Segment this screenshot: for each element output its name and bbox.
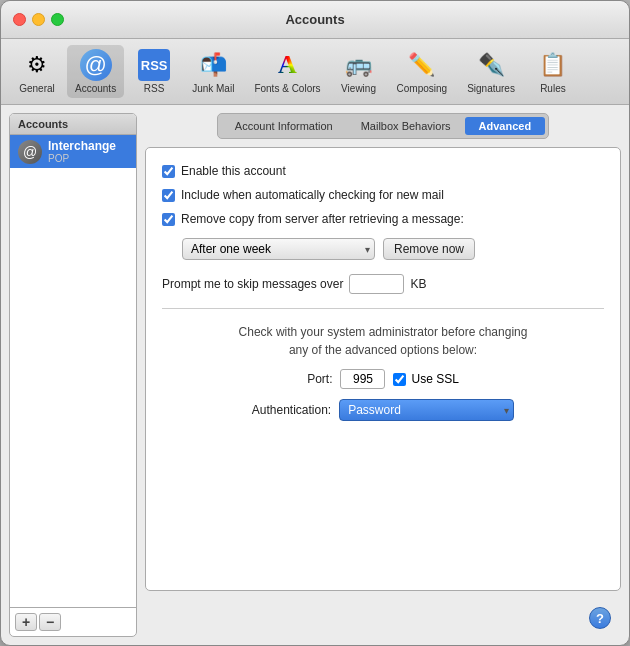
port-row: Port: Use SSL xyxy=(162,369,604,389)
composing-icon: ✏️ xyxy=(406,49,438,81)
toolbar-label-rss: RSS xyxy=(144,83,165,94)
close-button[interactable] xyxy=(13,13,26,26)
auth-row: Authentication: Password MD5 Challenge-R… xyxy=(162,399,604,421)
toolbar-item-signatures[interactable]: ✒️ Signatures xyxy=(459,45,523,98)
bottom-bar: ? xyxy=(145,599,621,637)
rss-icon: RSS xyxy=(138,49,170,81)
auth-select[interactable]: Password MD5 Challenge-Response NTLM Ker… xyxy=(339,399,514,421)
general-icon: ⚙ xyxy=(21,49,53,81)
use-ssl-label: Use SSL xyxy=(411,372,458,386)
toolbar-label-viewing: Viewing xyxy=(341,83,376,94)
prompt-row: Prompt me to skip messages over KB xyxy=(162,270,604,294)
after-select[interactable]: After one message is retrieved After one… xyxy=(182,238,375,260)
divider xyxy=(162,308,604,309)
add-account-button[interactable]: + xyxy=(15,613,37,631)
minimize-button[interactable] xyxy=(32,13,45,26)
toolbar: ⚙ General @ Accounts RSS RSS 📬 Junk Mail… xyxy=(1,39,629,105)
toolbar-label-signatures: Signatures xyxy=(467,83,515,94)
include-check-checkbox[interactable] xyxy=(162,189,175,202)
toolbar-item-rules[interactable]: 📋 Rules xyxy=(527,45,579,98)
remove-copy-checkbox[interactable] xyxy=(162,213,175,226)
toolbar-item-rss[interactable]: RSS RSS xyxy=(128,45,180,98)
fonts-colors-icon: A xyxy=(271,49,303,81)
toolbar-label-accounts: Accounts xyxy=(75,83,116,94)
enable-account-row: Enable this account xyxy=(162,164,604,178)
prompt-label: Prompt me to skip messages over xyxy=(162,277,343,291)
maximize-button[interactable] xyxy=(51,13,64,26)
after-select-wrapper: After one message is retrieved After one… xyxy=(182,238,375,260)
sidebar-footer: + − xyxy=(10,607,136,636)
tab-account-information[interactable]: Account Information xyxy=(221,117,347,135)
account-type: POP xyxy=(48,153,116,164)
include-check-label: Include when automatically checking for … xyxy=(181,188,444,202)
admin-notice: Check with your system administrator bef… xyxy=(162,323,604,359)
remove-copy-label: Remove copy from server after retrieving… xyxy=(181,212,464,226)
title-bar: Accounts xyxy=(1,1,629,39)
signatures-icon: ✒️ xyxy=(475,49,507,81)
sidebar-item-interchange[interactable]: @ Interchange POP xyxy=(10,135,136,168)
tabs: Account Information Mailbox Behaviors Ad… xyxy=(217,113,549,139)
toolbar-item-composing[interactable]: ✏️ Composing xyxy=(389,45,456,98)
sidebar-items: @ Interchange POP xyxy=(10,135,136,607)
use-ssl-checkbox[interactable] xyxy=(393,373,406,386)
account-icon: @ xyxy=(18,140,42,164)
remove-account-button[interactable]: − xyxy=(39,613,61,631)
auth-select-wrapper: Password MD5 Challenge-Response NTLM Ker… xyxy=(339,399,514,421)
ssl-row: Use SSL xyxy=(393,372,458,386)
help-button[interactable]: ? xyxy=(589,607,611,629)
accounts-icon: @ xyxy=(80,49,112,81)
port-label: Port: xyxy=(307,372,332,386)
sidebar-header: Accounts xyxy=(10,114,136,135)
include-check-row: Include when automatically checking for … xyxy=(162,188,604,202)
rules-icon: 📋 xyxy=(537,49,569,81)
port-input[interactable] xyxy=(340,369,385,389)
tab-mailbox-behaviors[interactable]: Mailbox Behaviors xyxy=(347,117,465,135)
remove-now-button[interactable]: Remove now xyxy=(383,238,475,260)
toolbar-item-fonts-colors[interactable]: A Fonts & Colors xyxy=(246,45,328,98)
toolbar-label-rules: Rules xyxy=(540,83,566,94)
enable-account-label: Enable this account xyxy=(181,164,286,178)
main-window: Accounts ⚙ General @ Accounts RSS RSS 📬 … xyxy=(0,0,630,646)
toolbar-item-junk-mail[interactable]: 📬 Junk Mail xyxy=(184,45,242,98)
sidebar: Accounts @ Interchange POP + − xyxy=(9,113,137,637)
content-area: Enable this account Include when automat… xyxy=(145,147,621,591)
prompt-unit: KB xyxy=(410,277,426,291)
toolbar-label-composing: Composing xyxy=(397,83,448,94)
toolbar-label-general: General xyxy=(19,83,55,94)
main-content: Accounts @ Interchange POP + − A xyxy=(1,105,629,645)
account-name: Interchange xyxy=(48,139,116,153)
toolbar-item-general[interactable]: ⚙ General xyxy=(11,45,63,98)
junk-mail-icon: 📬 xyxy=(197,49,229,81)
traffic-lights xyxy=(13,13,64,26)
auth-label: Authentication: xyxy=(252,403,331,417)
toolbar-label-junk-mail: Junk Mail xyxy=(192,83,234,94)
after-row: After one message is retrieved After one… xyxy=(162,238,604,260)
toolbar-item-viewing[interactable]: 🚌 Viewing xyxy=(333,45,385,98)
account-info: Interchange POP xyxy=(48,139,116,164)
toolbar-label-fonts-colors: Fonts & Colors xyxy=(254,83,320,94)
prompt-input[interactable] xyxy=(349,274,404,294)
tab-advanced[interactable]: Advanced xyxy=(465,117,546,135)
toolbar-item-accounts[interactable]: @ Accounts xyxy=(67,45,124,98)
window-title: Accounts xyxy=(285,12,344,27)
viewing-icon: 🚌 xyxy=(343,49,375,81)
remove-copy-row: Remove copy from server after retrieving… xyxy=(162,212,604,226)
enable-account-checkbox[interactable] xyxy=(162,165,175,178)
spacer xyxy=(162,431,604,574)
right-panel: Account Information Mailbox Behaviors Ad… xyxy=(145,113,621,637)
